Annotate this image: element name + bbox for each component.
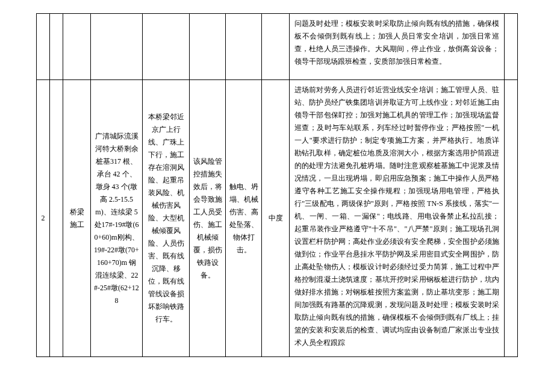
r1-c4: [143, 14, 190, 80]
r2-c6-type: 触电、坍塌、机械伤害、高处坠落、物体打击。: [226, 80, 262, 357]
r2-c1: [50, 80, 63, 357]
r2-c9: [505, 80, 518, 357]
r2-c8-measures: 进场前对劳务人员进行邻近营业线安全培训；施工管理人员、驻站、防护员经广铁集团培训…: [290, 80, 505, 357]
r1-c2: [63, 14, 91, 80]
r2-c7-level: 中度: [262, 80, 290, 357]
r1-c9: [505, 14, 518, 80]
r1-c8: 问题及时处理；模板安装时采取防止倾向既有线的措施，确保模板不会倾倒到既有线上；加…: [290, 14, 505, 80]
r2-c2-category: 桥梁施工: [63, 80, 91, 357]
r1-c3: [91, 14, 143, 80]
r2-c4-risk: 本桥梁邻近京广上行线、广珠上下行，施工存在溶洞风险、起重吊装风险、机械伤害风险、…: [143, 80, 190, 357]
r1-c1: [50, 14, 63, 80]
r1-c7: [262, 14, 290, 80]
r1-c5: [190, 14, 226, 80]
r1-c6: [226, 14, 262, 80]
r2-c5-effect: 该风险管控措施失效后，将会导致施工人员受伤、施工机械倾覆，损伤铁路设备。: [190, 80, 226, 357]
r2-c0-seq: 2: [37, 80, 50, 357]
r1-c0: [37, 14, 50, 80]
r2-c3-desc: 广清城际流溪河特大桥剩余桩基317 根、承台 42 个、墩身 43 个(墩高 2…: [91, 80, 143, 357]
